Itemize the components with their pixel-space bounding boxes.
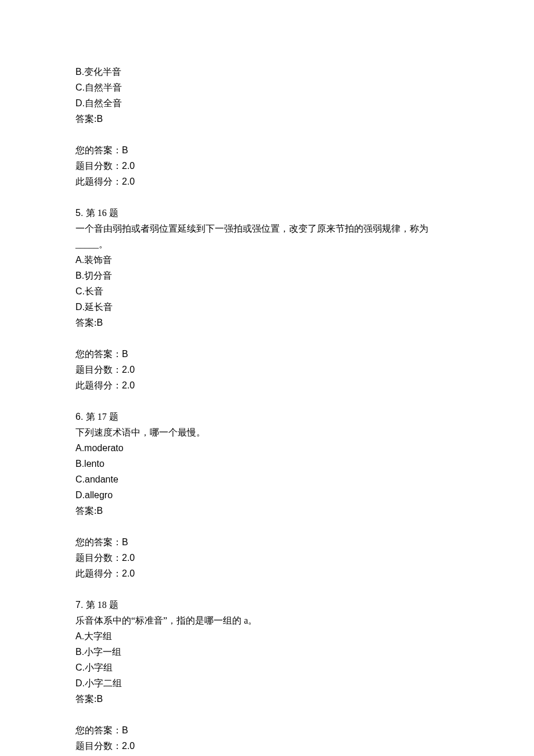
your-answer-line: 您的答案：B [75,142,459,158]
question-block: 7. 第 18 题 乐音体系中的“标准音”，指的是哪一组的 a。 A.大字组 B… [75,597,459,707]
answer-block: 您的答案：B 题目分数：2.0 此题得分：2.0 [75,722,459,756]
option-text: C.长音 [75,283,459,299]
score-full-line: 题目分数：2.0 [75,158,459,174]
option-text: B.lento [75,456,459,471]
score-full-line: 题目分数：2.0 [75,550,459,566]
answer-line: 答案:B [75,315,459,330]
option-text: C.自然半音 [75,80,459,95]
option-text: B.变化半音 [75,64,459,80]
question-block: 6. 第 17 题 下列速度术语中，哪一个最慢。 A.moderato B.le… [75,409,459,519]
option-text: C.小字组 [75,660,459,675]
option-text: B.小字一组 [75,644,459,660]
score-got-line: 此题得分：2.0 [75,566,459,581]
answer-line: 答案:B [75,503,459,519]
score-got-line: 此题得分：2.0 [75,174,459,189]
question-number-line: 6. 第 17 题 [75,409,459,424]
answer-line: 答案:B [75,691,459,707]
question-number-line: 5. 第 16 题 [75,205,459,221]
answer-block: 您的答案：B 题目分数：2.0 此题得分：2.0 [75,142,459,189]
question-number-line: 7. 第 18 题 [75,597,459,613]
option-text: C.andante [75,471,459,487]
option-text: D.延长音 [75,299,459,315]
question-text: 乐音体系中的“标准音”，指的是哪一组的 a。 [75,613,459,628]
your-answer-line: 您的答案：B [75,722,459,738]
score-full-line: 题目分数：2.0 [75,362,459,377]
score-full-line: 题目分数：2.0 [75,738,459,754]
option-text: B.切分音 [75,268,459,283]
answer-block: 您的答案：B 题目分数：2.0 此题得分：2.0 [75,534,459,581]
question-block: 5. 第 16 题 一个音由弱拍或者弱位置延续到下一强拍或强位置，改变了原来节拍… [75,205,459,330]
score-got-line: 此题得分：2.0 [75,377,459,393]
option-text: A.装饰音 [75,252,459,268]
option-text: D.自然全音 [75,95,459,111]
document-page: B.变化半音 C.自然半音 D.自然全音 答案:B 您的答案：B 题目分数：2.… [0,0,534,756]
option-text: A.大字组 [75,628,459,644]
option-text: D.小字二组 [75,675,459,691]
your-answer-line: 您的答案：B [75,534,459,550]
your-answer-line: 您的答案：B [75,346,459,362]
option-text: A.moderato [75,440,459,456]
answer-block: 您的答案：B 题目分数：2.0 此题得分：2.0 [75,346,459,393]
question-text: 一个音由弱拍或者弱位置延续到下一强拍或强位置，改变了原来节拍的强弱规律，称为__… [75,221,459,252]
question-text: 下列速度术语中，哪一个最慢。 [75,424,459,440]
score-got-line: 此题得分：2.0 [75,754,459,756]
option-text: D.allegro [75,487,459,503]
answer-line: 答案:B [75,111,459,127]
